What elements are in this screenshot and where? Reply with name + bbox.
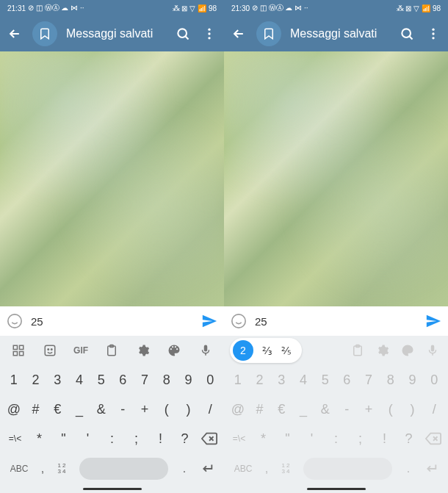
back-icon[interactable] — [230, 25, 248, 43]
key-2[interactable]: 2 — [249, 367, 271, 393]
key-star[interactable]: * — [251, 425, 275, 452]
key-numpad[interactable]: 1 23 4 — [277, 463, 295, 475]
chat-title[interactable]: Messaggi salvati — [66, 27, 165, 40]
kb-tool-palette-icon[interactable] — [162, 338, 187, 363]
key-backspace-icon[interactable] — [421, 425, 445, 452]
key-4[interactable]: 4 — [68, 367, 90, 393]
kb-tool-grid-icon[interactable] — [6, 338, 31, 363]
message-input[interactable]: 25 — [31, 315, 193, 328]
key-5[interactable]: 5 — [90, 367, 112, 393]
key-enter-icon[interactable] — [195, 457, 218, 481]
key-slash[interactable]: / — [199, 396, 221, 422]
kb-tool-sticker-icon[interactable] — [37, 338, 62, 363]
key-bang[interactable]: ! — [148, 425, 173, 452]
key-9[interactable]: 9 — [178, 367, 200, 393]
send-icon[interactable] — [424, 312, 442, 330]
key-symbols[interactable]: =\< — [3, 425, 27, 452]
key-question[interactable]: ? — [173, 425, 197, 452]
key-hash[interactable]: # — [25, 396, 47, 422]
key-lparen[interactable]: ( — [380, 396, 402, 422]
kb-tool-mic-icon[interactable] — [193, 338, 218, 363]
chat-title[interactable]: Messaggi salvati — [290, 27, 389, 40]
kb-tool-clipboard-icon[interactable] — [99, 338, 124, 363]
key-squote[interactable]: ' — [300, 425, 324, 452]
message-input[interactable]: 25 — [255, 315, 417, 328]
key-3[interactable]: 3 — [270, 367, 292, 393]
key-underscore[interactable]: _ — [68, 396, 90, 422]
key-7[interactable]: 7 — [134, 367, 156, 393]
key-semicolon[interactable]: ; — [124, 425, 148, 452]
emoji-icon[interactable] — [6, 312, 24, 330]
key-5[interactable]: 5 — [314, 367, 336, 393]
kb-tool-settings-icon[interactable] — [131, 338, 156, 363]
key-6[interactable]: 6 — [336, 367, 358, 393]
key-semicolon[interactable]: ; — [348, 425, 372, 452]
key-enter-icon[interactable] — [419, 457, 442, 481]
key-dquote[interactable]: " — [275, 425, 300, 452]
key-lparen[interactable]: ( — [156, 396, 178, 422]
key-star[interactable]: * — [27, 425, 51, 452]
key-space[interactable] — [303, 458, 392, 480]
key-1[interactable]: 1 — [3, 367, 25, 393]
key-symbols[interactable]: =\< — [227, 425, 251, 452]
key-8[interactable]: 8 — [380, 367, 402, 393]
key-abc[interactable]: ABC — [6, 464, 32, 474]
key-amp[interactable]: & — [314, 396, 336, 422]
key-underscore[interactable]: _ — [292, 396, 314, 422]
key-9[interactable]: 9 — [402, 367, 424, 393]
key-3[interactable]: 3 — [46, 367, 68, 393]
key-comma[interactable]: , — [35, 462, 50, 475]
kb-tool-mic-icon[interactable] — [420, 338, 445, 363]
search-icon[interactable] — [398, 25, 416, 43]
nav-handle[interactable] — [83, 488, 142, 490]
back-icon[interactable] — [6, 25, 24, 43]
key-amp[interactable]: & — [90, 396, 112, 422]
key-1[interactable]: 1 — [227, 367, 249, 393]
key-7[interactable]: 7 — [358, 367, 380, 393]
key-period[interactable]: . — [177, 462, 192, 475]
key-backspace-icon[interactable] — [197, 425, 221, 452]
key-euro[interactable]: € — [46, 396, 68, 422]
key-dquote[interactable]: " — [51, 425, 76, 452]
nav-handle[interactable] — [307, 488, 366, 490]
search-icon[interactable] — [174, 25, 192, 43]
key-euro[interactable]: € — [270, 396, 292, 422]
key-0[interactable]: 0 — [423, 367, 445, 393]
emoji-icon[interactable] — [230, 312, 248, 330]
key-8[interactable]: 8 — [156, 367, 178, 393]
kb-tool-gif[interactable]: GIF — [68, 338, 93, 363]
key-question[interactable]: ? — [397, 425, 421, 452]
key-plus[interactable]: + — [358, 396, 380, 422]
avatar[interactable] — [32, 21, 57, 46]
avatar[interactable] — [256, 21, 281, 46]
key-4[interactable]: 4 — [292, 367, 314, 393]
key-2[interactable]: 2 — [25, 367, 47, 393]
suggestion-two-fifths[interactable]: ⅖ — [281, 345, 292, 356]
key-6[interactable]: 6 — [112, 367, 134, 393]
more-icon[interactable] — [424, 25, 442, 43]
key-hash[interactable]: # — [249, 396, 271, 422]
key-slash[interactable]: / — [423, 396, 445, 422]
key-minus[interactable]: - — [336, 396, 358, 422]
key-rparen[interactable]: ) — [178, 396, 200, 422]
kb-tool-palette-icon[interactable] — [395, 338, 420, 363]
key-at[interactable]: @ — [227, 396, 249, 422]
suggestion-two-thirds[interactable]: ⅔ — [262, 345, 272, 356]
send-icon[interactable] — [200, 312, 218, 330]
key-bang[interactable]: ! — [372, 425, 397, 452]
key-space[interactable] — [79, 458, 168, 480]
more-icon[interactable] — [200, 25, 218, 43]
key-at[interactable]: @ — [3, 396, 25, 422]
key-abc[interactable]: ABC — [230, 464, 256, 474]
key-numpad[interactable]: 1 23 4 — [53, 463, 71, 475]
key-colon[interactable]: : — [324, 425, 348, 452]
key-0[interactable]: 0 — [199, 367, 221, 393]
key-colon[interactable]: : — [100, 425, 124, 452]
key-period[interactable]: . — [401, 462, 416, 475]
key-rparen[interactable]: ) — [402, 396, 424, 422]
key-plus[interactable]: + — [134, 396, 156, 422]
chat-area[interactable] — [0, 51, 224, 306]
suggestion-highlighted[interactable]: 2 — [233, 340, 253, 361]
key-squote[interactable]: ' — [76, 425, 100, 452]
kb-tool-clipboard-icon[interactable] — [345, 338, 370, 363]
